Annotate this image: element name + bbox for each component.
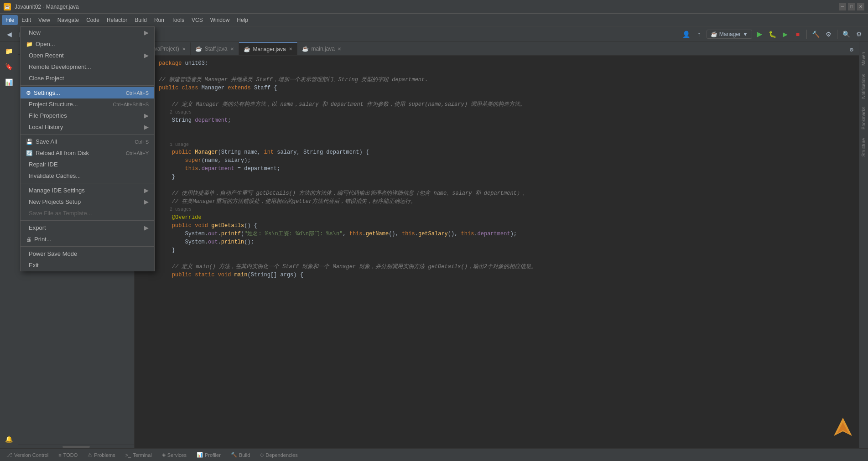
code-line-13: super(name, salary); <box>159 156 855 165</box>
file-menu-export[interactable]: Export ▶ <box>21 222 154 233</box>
bottom-tab-problems[interactable]: ⚠ Problems <box>83 451 120 459</box>
sidebar-label-bookmarks[interactable]: Bookmarks <box>860 103 867 133</box>
menu-navigate[interactable]: Navigate <box>54 15 83 25</box>
tab-staff[interactable]: ☕ Staff.java ✕ <box>191 42 239 55</box>
debug-button[interactable]: 🐛 <box>767 29 778 40</box>
toolbar-separator-2 <box>806 30 807 39</box>
run-button[interactable]: ▶ <box>754 29 765 40</box>
vcs-icon: ⎇ <box>6 452 12 458</box>
menu-edit[interactable]: Edit <box>18 15 35 25</box>
minimize-button[interactable]: ─ <box>839 3 846 10</box>
menu-view[interactable]: View <box>35 15 54 25</box>
file-menu-open-recent[interactable]: Open Recent ▶ <box>21 50 154 61</box>
app-icon: ☕ <box>4 3 11 10</box>
sidebar-icon-bookmarks[interactable]: 🔖 <box>2 59 16 74</box>
run-config-icon: ☕ <box>711 31 717 37</box>
bottom-tab-todo[interactable]: ≡ TODO <box>54 451 82 459</box>
stop-button[interactable]: ■ <box>792 29 803 40</box>
bottom-tab-dependencies[interactable]: ◇ Dependencies <box>255 451 302 459</box>
tab-close[interactable]: ✕ <box>182 47 186 52</box>
vcs-update-button[interactable]: ↑ <box>694 29 705 40</box>
bottom-tab-build[interactable]: 🔨 Build <box>226 451 255 459</box>
file-menu-dropdown: New ▶ 📁Open... Open Recent ▶ Remote Deve… <box>20 26 155 271</box>
maximize-button[interactable]: □ <box>848 3 855 10</box>
save-all-shortcut: Ctrl+S <box>135 139 149 145</box>
menu-refactor[interactable]: Refactor <box>103 15 131 25</box>
toolbar-separator-3 <box>837 30 837 39</box>
menu-bar: File Edit View Navigate Code Refactor Bu… <box>0 14 868 26</box>
menu-run[interactable]: Run <box>151 15 168 25</box>
settings2-button[interactable]: ⚙ <box>853 29 864 40</box>
code-line-16 <box>159 181 855 189</box>
open-recent-arrow: ▶ <box>144 52 149 59</box>
tab-main-close[interactable]: ✕ <box>338 47 341 52</box>
file-menu-close-project[interactable]: Close Project <box>21 73 154 84</box>
file-menu-new[interactable]: New ▶ <box>21 27 154 38</box>
code-editor[interactable]: 14 15 16 17 18 19 20 21 22 23 package un… <box>135 56 859 448</box>
file-menu-invalidate-caches[interactable]: Invalidate Caches... <box>21 170 154 181</box>
code-line-25 <box>159 254 855 263</box>
sidebar-label-structure[interactable]: Structure <box>860 135 867 161</box>
code-line-20: @Override <box>159 213 855 222</box>
menu-code[interactable]: Code <box>83 15 103 25</box>
editor-settings-button[interactable]: ⚙ <box>846 44 857 55</box>
editor-area: 📁 JavaProject) ✕ ☕ Staff.java ✕ ☕ Manage… <box>135 42 859 448</box>
separator-4 <box>21 220 154 221</box>
new-arrow: ▶ <box>144 29 149 36</box>
menu-build[interactable]: Build <box>131 15 151 25</box>
file-menu-reload-all[interactable]: 🔄Reload All from Disk Ctrl+Alt+Y <box>21 147 154 159</box>
file-menu-save-all[interactable]: 💾Save All Ctrl+S <box>21 136 154 147</box>
menu-vcs[interactable]: VCS <box>188 15 207 25</box>
code-line-27: public static void main(String[] args) { <box>159 271 855 279</box>
back-button[interactable]: ◀ <box>4 29 15 40</box>
mascot <box>832 415 854 438</box>
bottom-tab-terminal[interactable]: >_ Terminal <box>121 451 156 459</box>
tab-manager[interactable]: ☕ Manager.java ✕ <box>239 42 297 55</box>
file-menu-new-projects-setup[interactable]: New Projects Setup ▶ <box>21 196 154 207</box>
dependencies-icon: ◇ <box>260 452 264 458</box>
file-menu-exit[interactable]: Exit <box>21 259 154 271</box>
file-menu-file-properties[interactable]: File Properties ▶ <box>21 110 154 121</box>
settings-button[interactable]: ⚙ <box>823 29 834 40</box>
code-line-6: // 定义 Manager 类的公有构造方法，以 name，salary 和 d… <box>159 100 855 109</box>
sidebar-icon-project[interactable]: 📁 <box>2 44 16 58</box>
file-menu-open[interactable]: 📁Open... <box>21 38 154 50</box>
bottom-tab-services[interactable]: ◈ Services <box>157 451 191 459</box>
tab-main[interactable]: ☕ main.java ✕ <box>297 42 346 55</box>
services-label: Services <box>167 452 187 458</box>
tab-staff-close[interactable]: ✕ <box>230 47 234 52</box>
file-menu-local-history[interactable]: Local History ▶ <box>21 121 154 133</box>
menu-help[interactable]: Help <box>233 15 252 25</box>
build-button[interactable]: 🔨 <box>810 29 821 40</box>
sidebar-label-notifications[interactable]: Notifications <box>860 70 867 102</box>
menu-window[interactable]: Window <box>207 15 234 25</box>
sidebar-label-maven[interactable]: Maven <box>860 48 867 69</box>
file-menu-power-save-mode[interactable]: Power Save Mode <box>21 248 154 259</box>
code-content[interactable]: package unit03; // 新建管理者类 Manager 并继承类 S… <box>155 56 859 448</box>
sidebar-icon-notifications[interactable]: 🔔 <box>2 432 16 446</box>
menu-tools[interactable]: Tools <box>168 15 188 25</box>
menu-file[interactable]: File <box>2 15 18 25</box>
file-menu-project-structure[interactable]: Project Structure... Ctrl+Alt+Shift+S <box>21 98 154 110</box>
bottom-tab-vcs[interactable]: ⎇ Version Control <box>2 451 53 459</box>
file-menu-repair-ide[interactable]: Repair IDE <box>21 159 154 170</box>
code-line-12: public Manager(String name, int salary, … <box>159 148 855 156</box>
left-sidebar: 📁 🔖 📊 🔔 <box>0 42 18 448</box>
file-menu-remote-dev[interactable]: Remote Development... <box>21 61 154 73</box>
run-with-coverage-button[interactable]: ▶ <box>780 29 790 40</box>
title-text: Javaunit02 - Manager.java <box>15 4 79 10</box>
tab-manager-close[interactable]: ✕ <box>289 47 292 52</box>
terminal-icon: >_ <box>125 452 131 458</box>
profile-button[interactable]: 👤 <box>681 29 692 40</box>
code-line-4: public class Manager extends Staff { <box>159 84 855 92</box>
separator-2 <box>21 134 154 135</box>
search-button[interactable]: 🔍 <box>841 29 852 40</box>
editor-tabs: 📁 JavaProject) ✕ ☕ Staff.java ✕ ☕ Manage… <box>135 42 859 56</box>
close-button[interactable]: ✕ <box>857 3 864 10</box>
file-menu-manage-ide-settings[interactable]: Manage IDE Settings ▶ <box>21 185 154 196</box>
run-config-selector[interactable]: ☕ Manager ▼ <box>707 30 752 39</box>
bottom-tab-profiler[interactable]: 📊 Profiler <box>192 451 225 459</box>
sidebar-icon-structure[interactable]: 📊 <box>2 75 16 89</box>
file-menu-settings[interactable]: ⚙Settings... Ctrl+Alt+S <box>21 87 154 98</box>
file-menu-print[interactable]: 🖨Print... <box>21 233 154 245</box>
